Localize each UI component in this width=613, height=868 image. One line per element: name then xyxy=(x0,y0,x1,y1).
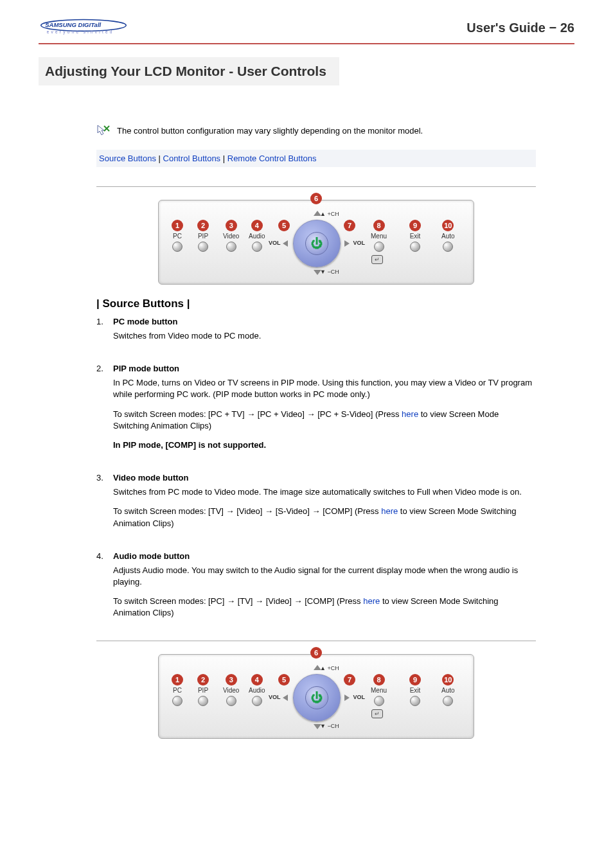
header-divider xyxy=(39,43,574,44)
note-row: The control button configuration may var… xyxy=(96,124,536,137)
item-text: In PC Mode, turns on Video or TV screens… xyxy=(113,377,536,400)
guide-label: User's Guide xyxy=(466,21,546,35)
page-number: 26 xyxy=(560,21,574,35)
link-here[interactable]: here xyxy=(381,506,398,516)
control-panel-bottom: 1 PC 2 PIP 3 Video 4 Audio xyxy=(96,654,536,739)
ch-plus-label: ▲ +CH xyxy=(320,211,339,217)
ch-minus-label: ▼ −CH xyxy=(320,269,339,275)
vol-minus-icon xyxy=(283,695,288,701)
header-right: User's Guide − 26 xyxy=(466,21,574,35)
panel-btn-pip: 2 PIP xyxy=(197,674,209,706)
samsung-logo: SAMSUNG DIGITall e v e r y o n e ' s i n… xyxy=(39,18,129,38)
vol-plus-icon xyxy=(344,240,350,247)
control-panel-top: 1 PC 2 PIP 3 Video 4 Audio xyxy=(96,200,536,285)
content-area: The control button configuration may var… xyxy=(96,124,536,739)
link-source-buttons[interactable]: Source Buttons xyxy=(99,154,156,163)
panel-btn-video: 3 Video xyxy=(223,220,239,252)
enter-icon: ↵ xyxy=(371,709,383,718)
panel-btn-video: 3 Video xyxy=(223,674,239,706)
panel-center: 6 ⏻ ▲ +CH ▼ −CH VOL VOL xyxy=(281,662,351,732)
vol-left-label: VOL xyxy=(269,240,281,246)
panel-btn-auto: 10 Auto xyxy=(441,220,455,252)
links-bar: Source Buttons | Control Buttons | Remot… xyxy=(96,150,536,167)
panel-btn-exit: 9 Exit xyxy=(409,674,421,706)
power-button-icon: ⏻ xyxy=(305,232,328,255)
page-title: Adjusting Your LCD Monitor - User Contro… xyxy=(39,57,339,85)
svg-text:SAMSUNG DIGITall: SAMSUNG DIGITall xyxy=(45,21,101,28)
list-item: 2. PIP mode button In PC Mode, turns on … xyxy=(96,364,536,459)
vol-minus-icon xyxy=(283,240,288,247)
link-control-buttons[interactable]: Control Buttons xyxy=(163,154,221,163)
item-title: PC mode button xyxy=(113,317,536,326)
item-text: Switches from Video mode to PC mode. xyxy=(113,330,536,342)
vol-left-label: VOL xyxy=(269,694,281,700)
divider xyxy=(96,186,536,187)
list-item: 1. PC mode button Switches from Video mo… xyxy=(96,317,536,350)
panel-btn-menu: 8 Menu ↵ xyxy=(371,220,387,252)
panel-body: 1 PC 2 PIP 3 Video 4 Audio xyxy=(158,200,474,285)
vol-plus-icon xyxy=(344,695,350,701)
panel-btn-audio: 4 Audio xyxy=(249,220,265,252)
divider xyxy=(96,641,536,641)
item-text: To switch Screen modes: [TV] → [Video] →… xyxy=(113,506,536,529)
panel-btn-pip: 2 PIP xyxy=(197,220,209,252)
vol-right-label: VOL xyxy=(353,694,365,700)
ch-plus-label: ▲ +CH xyxy=(320,665,339,671)
enter-icon: ↵ xyxy=(371,255,383,264)
panel-btn-pc: 1 PC xyxy=(172,674,183,706)
panel-center: 6 ⏻ ▲ +CH ▼ −CH VOL VOL xyxy=(281,208,351,278)
panel-btn-menu: 8 Menu ↵ xyxy=(371,674,387,706)
ch-minus-label: ▼ −CH xyxy=(320,723,339,729)
panel-num-6: 6 xyxy=(310,193,322,206)
panel-btn-pc: 1 PC xyxy=(172,220,183,252)
link-here[interactable]: here xyxy=(402,409,418,419)
panel-num-6: 6 xyxy=(310,647,322,660)
note-text: The control button configuration may var… xyxy=(117,126,423,136)
item-title: Audio mode button xyxy=(113,551,536,561)
panel-btn-auto: 10 Auto xyxy=(441,674,455,706)
item-text: To switch Screen modes: [PC + TV] → [PC … xyxy=(113,409,536,432)
svg-marker-3 xyxy=(98,125,104,135)
svg-text:e v e r y o n e ' s  i n v i t: e v e r y o n e ' s i n v i t e d xyxy=(47,30,112,35)
page-header: SAMSUNG DIGITall e v e r y o n e ' s i n… xyxy=(39,18,574,38)
item-text: To switch Screen modes: [PC] → [TV] → [V… xyxy=(113,596,536,619)
item-text: Adjusts Audio mode. You may switch to th… xyxy=(113,565,536,588)
panel-btn-exit: 9 Exit xyxy=(409,220,421,252)
item-title: Video mode button xyxy=(113,473,536,483)
link-remote-control-buttons[interactable]: Remote Control Buttons xyxy=(227,154,317,163)
cursor-icon xyxy=(96,124,111,137)
source-buttons-list: 1. PC mode button Switches from Video mo… xyxy=(96,317,536,626)
section-source-buttons-heading: | Source Buttons | xyxy=(96,297,536,310)
link-here[interactable]: here xyxy=(363,596,380,606)
vol-right-label: VOL xyxy=(353,240,365,246)
list-item: 3. Video mode button Switches from PC mo… xyxy=(96,473,536,537)
panel-btn-audio: 4 Audio xyxy=(249,674,265,706)
item-title: PIP mode button xyxy=(113,364,536,373)
list-item: 4. Audio mode button Adjusts Audio mode.… xyxy=(96,551,536,627)
item-text: In PIP mode, [COMP] is not supported. xyxy=(113,439,536,451)
item-text: Switches from PC mode to Video mode. The… xyxy=(113,486,536,498)
page: SAMSUNG DIGITall e v e r y o n e ' s i n… xyxy=(0,0,613,771)
panel-body: 1 PC 2 PIP 3 Video 4 Audio xyxy=(158,654,474,739)
